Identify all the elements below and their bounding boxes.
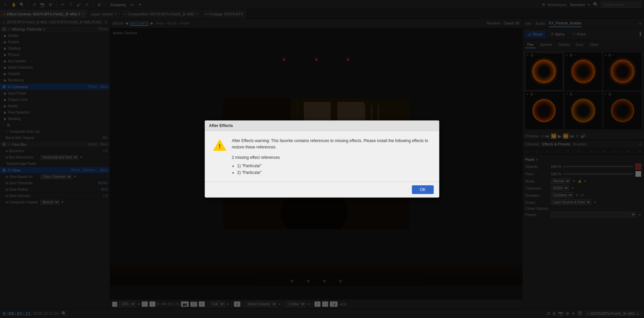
dialog-list-item-1: 1) "Particular" — [237, 164, 431, 168]
warning-exclaim: ! — [219, 143, 221, 150]
dialog-item-1-text: "Particular" — [242, 164, 262, 168]
dialog-text-content: After Effects warning: This favorite con… — [232, 138, 431, 175]
dialog-body: ! After Effects warning: This favorite c… — [205, 131, 439, 182]
dialog-warning-text: After Effects warning: This favorite con… — [232, 138, 431, 150]
dialog-footer: OK — [205, 182, 439, 197]
ok-button[interactable]: OK — [412, 185, 434, 194]
dialog-titlebar: After Effects — [205, 121, 439, 131]
dialog-missing-list: 1) "Particular" 2) "Particular" — [237, 164, 431, 175]
warning-icon-wrapper: ! — [213, 139, 226, 175]
dialog-overlay: After Effects ! After Effects warning: T… — [0, 0, 644, 318]
after-effects-dialog: After Effects ! After Effects warning: T… — [205, 120, 439, 198]
dialog-list-item-2: 2) "Particular" — [237, 170, 431, 175]
dialog-missing-count: 2 missing effect references — [232, 154, 431, 161]
dialog-item-2-text: "Particular" — [242, 170, 262, 175]
dialog-title: After Effects — [209, 123, 233, 128]
warning-triangle-icon: ! — [213, 139, 226, 151]
